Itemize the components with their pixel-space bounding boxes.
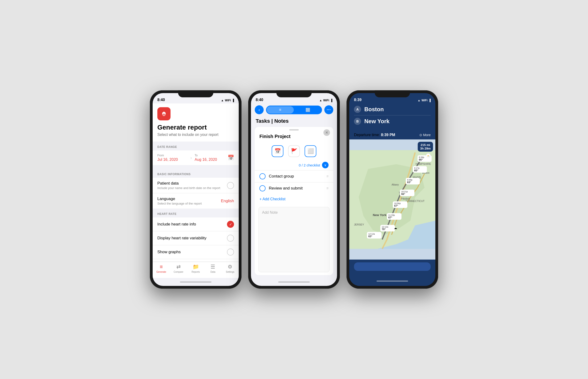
checklist-label-1: Review and submit	[269, 186, 323, 191]
heart-rate-info-toggle[interactable]: ✓	[227, 221, 234, 228]
square-action-btn[interactable]: ⬜	[305, 145, 316, 157]
wifi-icon-2: WiFi	[323, 99, 329, 102]
battery-icon-2: ▐	[330, 99, 332, 102]
svg-text:66°: 66°	[401, 192, 405, 195]
add-checklist-btn[interactable]: + Add Checklist	[255, 194, 333, 204]
route-letter-a: A	[354, 106, 361, 113]
date-range-card[interactable]: From Jul 16, 2020 › To Aug 16, 2020 📅	[153, 150, 239, 165]
date-from[interactable]: From Jul 16, 2020	[157, 154, 188, 162]
tab-settings-label: Settings	[226, 271, 234, 273]
check-circle-1[interactable]	[259, 185, 266, 191]
hrv-toggle[interactable]	[227, 235, 234, 242]
tab-compare-label: Compare	[174, 271, 183, 273]
data-icon: ☰	[210, 264, 215, 270]
checklist-label-0: Contact group	[269, 174, 323, 179]
calendar-action-btn[interactable]: 📅	[272, 145, 283, 157]
report-header: Generate report Select what to include o…	[153, 103, 239, 142]
home-indicator-2	[278, 282, 310, 283]
sheet-close-button[interactable]: ✕	[323, 129, 330, 136]
tab-generate[interactable]: ≡ Generate	[153, 264, 170, 273]
home-bar-3	[349, 278, 435, 286]
more-button[interactable]: ···	[324, 105, 333, 114]
route-to: B New York	[354, 115, 431, 127]
report-title: Generate report	[157, 124, 234, 131]
check-circle-0[interactable]	[259, 173, 266, 179]
settings-icon: ⚙	[228, 264, 232, 270]
patient-data-toggle[interactable]	[227, 182, 234, 189]
to-value: Aug 16, 2020	[195, 158, 225, 162]
home-bar-1	[153, 278, 239, 286]
sheet-title: Finish Project	[255, 132, 333, 143]
hrv-row[interactable]: Display heart rate variability	[153, 231, 239, 245]
time-1: 8:40	[157, 98, 165, 102]
drag-handle-1: ≡	[326, 186, 329, 190]
more-link[interactable]: ⊙ More	[419, 133, 431, 137]
map-header: A Boston B New York	[349, 103, 435, 131]
phone-maps: 8:39 ▲ WiFi ▐ A Boston B New York	[347, 90, 438, 289]
svg-text:⛅: ⛅	[427, 155, 430, 158]
wifi-icon-3: WiFi	[421, 99, 427, 102]
tab-reports[interactable]: 📁 Reports	[187, 264, 204, 273]
flag-action-btn[interactable]: 🚩	[288, 145, 300, 157]
sheet-actions: 📅 🚩 ⬜	[255, 143, 333, 161]
calendar-icon[interactable]: 📅	[228, 155, 234, 161]
tasks-heading: Tasks | Notes	[251, 117, 337, 127]
show-graphs-toggle[interactable]	[227, 249, 234, 255]
route-from: A Boston	[354, 103, 431, 115]
sheet-handle	[289, 129, 299, 130]
compass-icon: ⊙	[419, 133, 422, 137]
wifi-icon: WiFi	[225, 99, 231, 102]
tab-data[interactable]: ☰ Data	[204, 264, 222, 273]
patient-data-subtitle: Include your name and birth date on the …	[157, 186, 224, 190]
route-from-name: Boston	[364, 106, 384, 113]
language-row[interactable]: Language Select the language of the repo…	[153, 193, 239, 208]
seg-notes-btn[interactable]: ⬜	[294, 106, 321, 113]
heart-rate-info-row[interactable]: Include heart rate info ✓	[153, 218, 239, 231]
generate-icon: ≡	[160, 264, 163, 270]
seg-tasks-btn[interactable]: ≡	[267, 106, 294, 113]
checklist-item-0[interactable]: Contact group ≡	[255, 170, 333, 182]
patient-data-row[interactable]: Patient data Include your name and birth…	[153, 178, 239, 193]
svg-text:67°: 67°	[388, 216, 392, 219]
date-arrow-icon: ›	[191, 155, 192, 160]
from-label: From	[157, 154, 188, 157]
time-3: 8:39	[354, 98, 362, 102]
compare-icon: ⇄	[176, 264, 181, 270]
note-area[interactable]: Add Note	[258, 207, 330, 272]
tab-settings[interactable]: ⚙ Settings	[222, 264, 239, 273]
show-timeline-button[interactable]	[354, 262, 431, 271]
expand-checklist-btn[interactable]: ∨	[322, 162, 329, 168]
language-title: Language	[157, 197, 218, 201]
phone1-content: Generate report Select what to include o…	[153, 103, 239, 286]
report-body[interactable]: DATE RANGE From Jul 16, 2020 › To Aug 16…	[153, 142, 239, 262]
map-svg: NEW HAMPSHIRE MASS. CONNECTICUT New York…	[349, 140, 435, 260]
signal-icon-2: ▲	[319, 99, 322, 102]
notch-2	[276, 90, 312, 97]
language-value[interactable]: English	[221, 199, 234, 203]
to-label: To	[195, 154, 225, 157]
modal-sheet: ✕ Finish Project 📅 🚩 ⬜ 0 / 2 checklist ∨	[255, 127, 333, 275]
tab-compare[interactable]: ⇄ Compare	[170, 264, 187, 273]
route-to-name: New York	[364, 118, 389, 125]
map-view[interactable]: NEW HAMPSHIRE MASS. CONNECTICUT New York…	[349, 140, 435, 260]
checklist-header: 0 / 2 checklist ∨	[255, 161, 333, 170]
tab-generate-label: Generate	[156, 271, 166, 273]
show-graphs-title: Show graphs	[157, 250, 224, 254]
back-button[interactable]: ‹	[255, 105, 264, 114]
status-icons-3: ▲ WiFi ▐	[417, 99, 431, 102]
duration-value: 3h 29m	[420, 147, 431, 150]
distance-value: 215 mi	[420, 143, 431, 147]
note-placeholder: Add Note	[262, 210, 278, 214]
heart-rate-group: Include heart rate info ✓ Display heart …	[153, 218, 239, 262]
heart-warnings-row[interactable]: High and low heart rate warnings	[153, 259, 239, 262]
battery-icon: ▐	[232, 99, 234, 102]
checklist-item-1[interactable]: Review and submit ≡	[255, 182, 333, 194]
date-to[interactable]: To Aug 16, 2020	[195, 154, 225, 162]
show-graphs-row[interactable]: Show graphs	[153, 245, 239, 259]
drag-handle-0: ≡	[326, 174, 329, 178]
reports-icon: 📁	[193, 264, 199, 270]
language-subtitle: Select the language of the report	[157, 202, 218, 205]
home-bar-2	[251, 278, 337, 286]
home-indicator-1	[180, 282, 211, 283]
svg-text:65°: 65°	[414, 169, 418, 172]
